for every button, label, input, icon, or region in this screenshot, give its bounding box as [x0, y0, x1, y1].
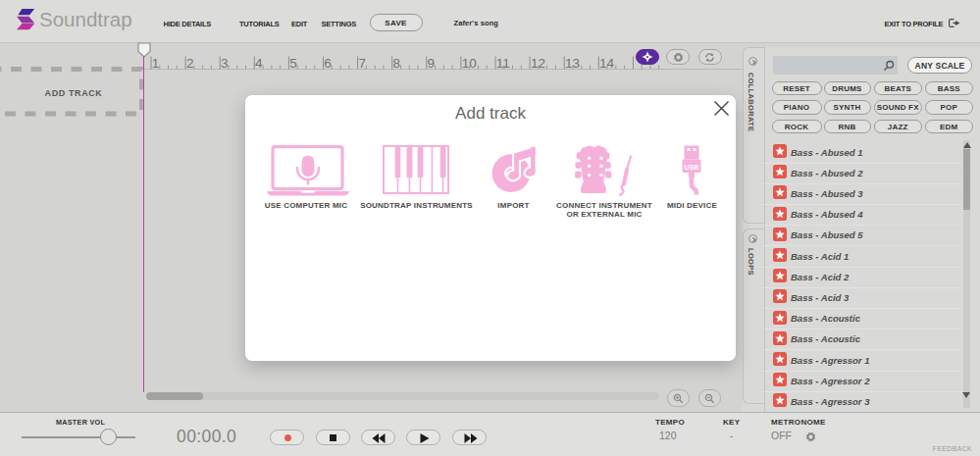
svg-text:12: 12	[531, 56, 545, 71]
svg-text:14: 14	[599, 56, 615, 71]
svg-text:USB: USB	[685, 163, 699, 170]
svg-text:11: 11	[496, 56, 510, 71]
svg-text:6: 6	[324, 56, 332, 71]
svg-text:4: 4	[255, 56, 263, 71]
svg-text:9: 9	[428, 56, 436, 71]
svg-text:13: 13	[565, 56, 580, 71]
svg-text:ADD TRACK: ADD TRACK	[45, 88, 103, 98]
svg-text:5: 5	[289, 56, 297, 71]
svg-text:10: 10	[462, 56, 477, 71]
svg-text:2: 2	[186, 56, 194, 71]
svg-text:8: 8	[393, 56, 401, 71]
svg-text:7: 7	[358, 56, 366, 71]
svg-text:3: 3	[221, 56, 229, 71]
